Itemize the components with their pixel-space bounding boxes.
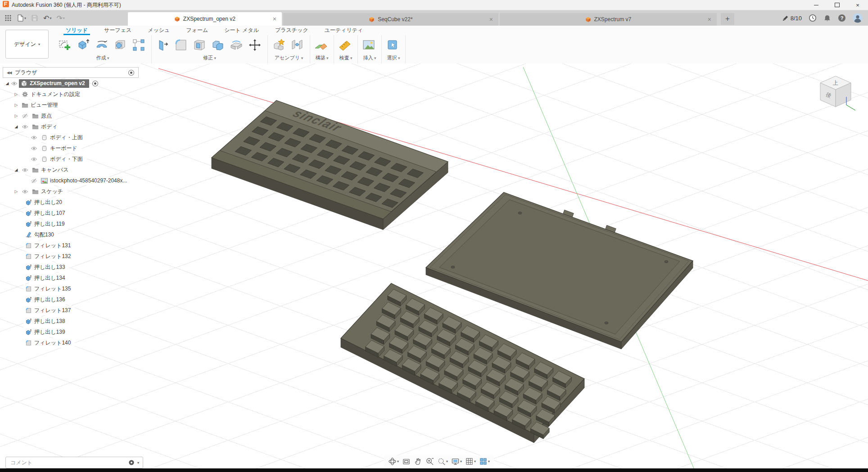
feature-item[interactable]: 押し出し133 <box>3 262 139 272</box>
move-button[interactable] <box>247 36 264 54</box>
revolve-button[interactable] <box>94 36 111 54</box>
browser-item[interactable]: ◢ボディ <box>3 121 139 132</box>
hole-button[interactable] <box>113 36 130 54</box>
pattern-button[interactable] <box>131 36 148 54</box>
feature-item[interactable]: 押し出し134 <box>3 272 139 283</box>
visibility-on-icon[interactable] <box>22 123 28 130</box>
browser-header[interactable]: ◀◀ ブラウザ <box>3 67 139 78</box>
collapse-icon[interactable]: ◢ <box>13 168 20 172</box>
expand-icon[interactable]: ▷ <box>13 92 20 96</box>
ribbon-group-label[interactable]: 検査 <box>339 54 352 64</box>
close-tab-icon[interactable]: × <box>708 16 711 23</box>
feature-item[interactable]: 勾配130 <box>3 229 139 240</box>
shell-button[interactable] <box>192 36 209 54</box>
new-tab-button[interactable]: + <box>721 13 734 25</box>
document-tab[interactable]: SeqCube v22*× <box>283 13 498 26</box>
fillet-button[interactable] <box>173 36 190 54</box>
expand-icon[interactable]: ▷ <box>13 189 20 194</box>
feature-item[interactable]: フィレット140 <box>3 337 139 348</box>
feature-item[interactable]: 押し出し107 <box>3 208 139 218</box>
ribbon-group-label[interactable]: 作成 <box>96 54 109 64</box>
measure-button[interactable] <box>337 36 354 54</box>
ribbon-group-label[interactable]: 挿入 <box>363 54 376 64</box>
browser-item[interactable]: ボディ・下面 <box>3 154 139 164</box>
ribbon-tab[interactable]: プラスチック <box>275 26 308 35</box>
extrude-button[interactable] <box>76 36 93 54</box>
visibility-on-icon[interactable] <box>22 188 28 195</box>
visibility-off-icon[interactable] <box>22 113 28 119</box>
feature-item[interactable]: フィレット137 <box>3 305 139 316</box>
save-button[interactable] <box>29 12 40 24</box>
collapse-panel-icon[interactable]: ◀◀ <box>7 71 11 75</box>
avatar[interactable] <box>853 13 863 23</box>
feature-item[interactable]: フィレット135 <box>3 283 139 294</box>
browser-item[interactable]: ▷ビュー管理 <box>3 100 139 110</box>
visibility-on-icon[interactable] <box>11 80 18 87</box>
feature-item[interactable]: 押し出し119 <box>3 218 139 229</box>
ribbon-tab[interactable]: メッシュ <box>148 26 170 35</box>
document-tab[interactable]: ZXSpectrum v7× <box>500 13 717 26</box>
ribbon-tab[interactable]: ソリッド <box>66 26 88 35</box>
viewports-button[interactable]: ▾ <box>478 456 491 467</box>
browser-item[interactable]: ▷ドキュメントの設定 <box>3 89 139 100</box>
zoom-button[interactable] <box>425 456 435 467</box>
orbit-button[interactable]: ▾ <box>387 456 400 467</box>
ribbon-group-label[interactable]: 構築 <box>315 54 328 64</box>
viewcube[interactable]: 上 後 <box>818 73 858 115</box>
visibility-on-icon[interactable] <box>22 167 28 173</box>
visibility-on-icon[interactable] <box>31 134 37 141</box>
ribbon-tab[interactable]: ユーティリティ <box>325 26 363 35</box>
new-component-button[interactable] <box>271 36 288 54</box>
browser-item[interactable]: キーボード <box>3 143 139 154</box>
press-pull-button[interactable] <box>155 36 172 54</box>
redo-button[interactable]: ↷▾ <box>54 12 66 24</box>
feature-item[interactable]: 押し出し136 <box>3 294 139 305</box>
app-grid-button[interactable] <box>3 12 14 24</box>
close-tab-icon[interactable]: × <box>489 16 493 23</box>
save-counter[interactable]: 8/10 <box>782 15 802 22</box>
combine-button[interactable] <box>210 36 227 54</box>
ribbon-group-label[interactable]: アセンブリ <box>275 54 303 64</box>
ribbon-tab[interactable]: シート メタル <box>224 26 259 35</box>
select-button[interactable] <box>385 36 402 54</box>
split-body-button[interactable] <box>229 36 246 54</box>
feature-item[interactable]: 押し出し20 <box>3 197 139 208</box>
ribbon-group-label[interactable]: 修正 <box>203 54 216 64</box>
collapse-icon[interactable]: ◢ <box>13 124 20 129</box>
undo-button[interactable]: ↶▾ <box>41 12 53 24</box>
help-icon[interactable]: ? <box>838 14 846 22</box>
workspace-selector[interactable]: デザイン▾ <box>5 30 49 59</box>
feature-item[interactable]: 押し出し138 <box>3 316 139 327</box>
comment-options-icon[interactable] <box>128 459 135 466</box>
minimize-button[interactable] <box>806 0 827 10</box>
browser-item[interactable]: ボディ・上面 <box>3 132 139 143</box>
file-menu-button[interactable]: ▾ <box>15 12 28 24</box>
browser-item[interactable]: ◢ZXSpectrum_open v2 <box>3 78 139 89</box>
feature-item[interactable]: 押し出し139 <box>3 327 139 337</box>
notifications-icon[interactable] <box>823 14 831 22</box>
grid-settings-button[interactable]: ▾ <box>464 456 477 467</box>
display-settings-button[interactable]: ▾ <box>450 456 463 467</box>
browser-item[interactable]: istockphoto-458540297-2048x... <box>3 175 139 186</box>
ribbon-group-label[interactable]: 選択 <box>387 54 400 64</box>
ribbon-tab[interactable]: フォーム <box>186 26 208 35</box>
browser-options-icon[interactable] <box>128 69 135 76</box>
joint-button[interactable] <box>289 36 307 54</box>
browser-item[interactable]: ▷原点 <box>3 110 139 121</box>
visibility-on-icon[interactable] <box>31 145 37 152</box>
look-at-button[interactable] <box>401 456 411 467</box>
ribbon-tab[interactable]: サーフェス <box>104 26 131 35</box>
browser-item[interactable]: ▷スケッチ <box>3 186 139 197</box>
close-button[interactable]: × <box>847 0 868 10</box>
close-tab-icon[interactable]: × <box>273 15 276 23</box>
job-status-icon[interactable] <box>809 14 817 22</box>
create-sketch-button[interactable] <box>57 36 74 54</box>
collapse-icon[interactable]: ◢ <box>4 81 11 86</box>
browser-item[interactable]: ◢キャンバス <box>3 164 139 175</box>
feature-item[interactable]: フィレット131 <box>3 240 139 251</box>
comment-input[interactable] <box>9 459 126 466</box>
insert-canvas-button[interactable] <box>361 36 378 54</box>
feature-item[interactable]: フィレット132 <box>3 251 139 262</box>
pan-button[interactable] <box>413 456 423 467</box>
activate-component-radio[interactable] <box>92 80 99 87</box>
